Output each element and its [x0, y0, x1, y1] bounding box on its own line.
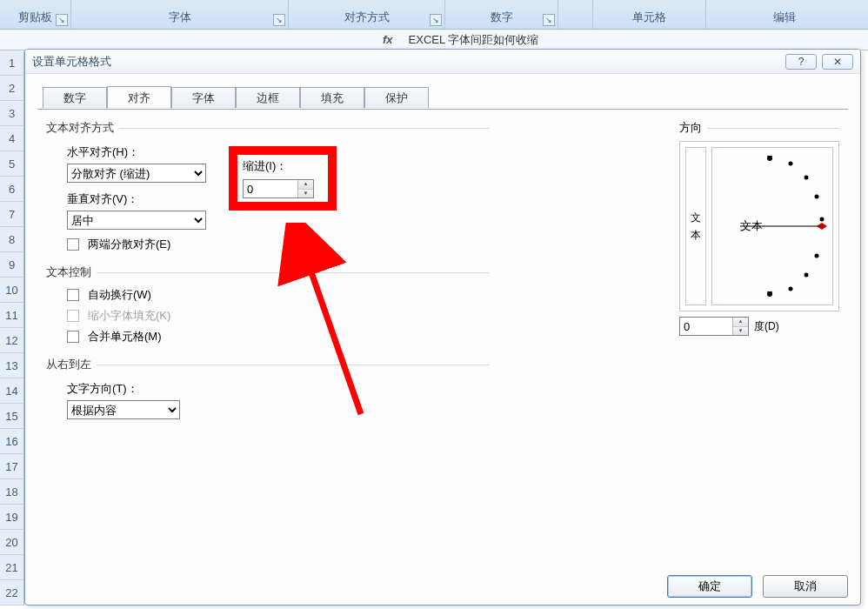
degree-spinner[interactable]: ▲ ▼ [679, 317, 749, 336]
ribbon-group-number[interactable]: 数字↘ [445, 0, 558, 29]
spin-down-icon[interactable]: ▼ [298, 190, 313, 198]
format-cells-dialog: 设置单元格格式 ? ✕ 数字 对齐 字体 边框 填充 保护 文本对齐方式 水平对… [24, 49, 861, 606]
row-header[interactable]: 7 [0, 202, 24, 227]
row-header[interactable]: 12 [0, 328, 24, 353]
ribbon-group-cells[interactable]: 单元格 [593, 0, 706, 29]
row-header[interactable]: 22 [0, 580, 24, 606]
row-header[interactable]: 16 [0, 429, 24, 454]
formula-text: EXCEL 字体间距如何收缩 [409, 32, 539, 48]
h-align-select[interactable]: 分散对齐 (缩进) [67, 164, 206, 183]
row-header[interactable]: 19 [0, 505, 24, 530]
svg-point-6 [820, 218, 825, 222]
merge-cells-checkbox[interactable] [67, 331, 79, 343]
indent-label: 缩进(I)： [243, 158, 323, 174]
row-header[interactable]: 10 [0, 278, 24, 303]
ribbon-expand-icon[interactable]: ↘ [430, 14, 442, 26]
spin-up-icon[interactable]: ▲ [733, 318, 748, 327]
dialog-tabs: 数字 对齐 字体 边框 填充 保护 [43, 86, 860, 109]
row-header[interactable]: 17 [0, 454, 24, 479]
svg-point-3 [789, 162, 793, 166]
ribbon-group-blank [558, 0, 593, 29]
cancel-button[interactable]: 取消 [763, 575, 848, 598]
orientation-header: 方向 [679, 120, 702, 136]
row-header[interactable]: 5 [0, 151, 24, 177]
svg-point-11 [789, 287, 793, 291]
orientation-section: 方向 文本 [679, 120, 839, 336]
ribbon: 剪贴板↘ 字体↘ 对齐方式↘ 数字↘ 单元格 编辑 [0, 0, 868, 30]
row-header[interactable]: 8 [0, 227, 24, 252]
spin-up-icon[interactable]: ▲ [298, 180, 313, 190]
close-button[interactable]: ✕ [822, 54, 853, 70]
dialog-title: 设置单元格格式 [32, 54, 780, 70]
svg-point-8 [820, 231, 825, 236]
tab-number[interactable]: 数字 [43, 87, 107, 108]
ribbon-expand-icon[interactable]: ↘ [273, 14, 285, 26]
orientation-dial[interactable]: 文本 [711, 147, 833, 305]
row-header[interactable]: 9 [0, 252, 24, 278]
row-header[interactable]: 1 [0, 50, 24, 76]
svg-point-9 [815, 254, 819, 258]
svg-point-10 [805, 273, 809, 278]
ribbon-group-font[interactable]: 字体↘ [71, 0, 289, 29]
alignment-panel: 文本对齐方式 水平对齐(H)： 分散对齐 (缩进) 垂直对齐(V)： 居中 两端… [37, 109, 848, 596]
indent-spinner[interactable]: ▲ ▼ [243, 179, 314, 198]
svg-point-5 [815, 195, 819, 199]
wrap-text-label: 自动换行(W) [88, 287, 151, 303]
row-header[interactable]: 4 [0, 126, 24, 151]
ribbon-group-clipboard[interactable]: 剪贴板↘ [0, 0, 71, 29]
dial-text: 文本 [740, 219, 763, 232]
ribbon-expand-icon[interactable]: ↘ [56, 14, 68, 26]
row-headers: 1 2 3 4 5 6 7 8 9 10 11 12 13 14 15 16 1… [0, 50, 24, 606]
row-header[interactable]: 20 [0, 530, 24, 555]
row-header[interactable]: 14 [0, 378, 24, 404]
tab-fill[interactable]: 填充 [300, 87, 364, 108]
rtl-group-label: 从右到左 [46, 357, 490, 372]
text-align-group-label: 文本对齐方式 [46, 120, 490, 136]
shrink-fit-checkbox[interactable] [67, 310, 79, 322]
merge-cells-label: 合并单元格(M) [88, 329, 162, 345]
v-align-select[interactable]: 居中 [67, 211, 206, 230]
indent-highlight-box: 缩进(I)： ▲ ▼ [229, 146, 337, 211]
help-button[interactable]: ? [785, 54, 817, 70]
row-header[interactable]: 18 [0, 479, 24, 505]
vertical-text-button[interactable]: 文本 [685, 147, 706, 305]
ribbon-group-edit[interactable]: 编辑 [706, 0, 863, 29]
shrink-fit-label: 缩小字体填充(K) [88, 308, 170, 324]
ribbon-expand-icon[interactable]: ↘ [543, 14, 555, 26]
ribbon-group-align[interactable]: 对齐方式↘ [289, 0, 445, 29]
ok-button[interactable]: 确定 [667, 575, 752, 598]
row-header[interactable]: 21 [0, 555, 24, 580]
svg-point-4 [805, 176, 809, 180]
dialog-buttons: 确定 取消 [667, 575, 848, 598]
row-header[interactable]: 13 [0, 353, 24, 378]
row-header[interactable]: 2 [0, 76, 24, 101]
formula-bar: fx EXCEL 字体间距如何收缩 [0, 30, 868, 50]
row-header[interactable]: 15 [0, 404, 24, 429]
spin-down-icon[interactable]: ▼ [733, 327, 748, 336]
text-direction-label: 文字方向(T)： [67, 381, 490, 397]
text-direction-select[interactable]: 根据内容 [67, 400, 180, 419]
row-header[interactable]: 6 [0, 177, 24, 202]
tab-protection[interactable]: 保护 [364, 87, 429, 108]
fx-icon[interactable]: fx [383, 33, 393, 46]
row-header[interactable]: 11 [0, 303, 24, 328]
justify-distributed-checkbox[interactable] [67, 238, 79, 251]
degree-label: 度(D) [754, 319, 779, 334]
degree-input[interactable] [680, 318, 732, 335]
tab-border[interactable]: 边框 [236, 87, 300, 108]
dialog-titlebar[interactable]: 设置单元格格式 ? ✕ [25, 50, 860, 74]
tab-alignment[interactable]: 对齐 [107, 86, 171, 109]
tab-font[interactable]: 字体 [171, 87, 236, 108]
wrap-text-checkbox[interactable] [67, 289, 79, 301]
row-header[interactable]: 3 [0, 101, 24, 126]
justify-distributed-label: 两端分散对齐(E) [88, 237, 170, 252]
text-control-group-label: 文本控制 [46, 264, 490, 280]
indent-input[interactable] [244, 180, 297, 197]
